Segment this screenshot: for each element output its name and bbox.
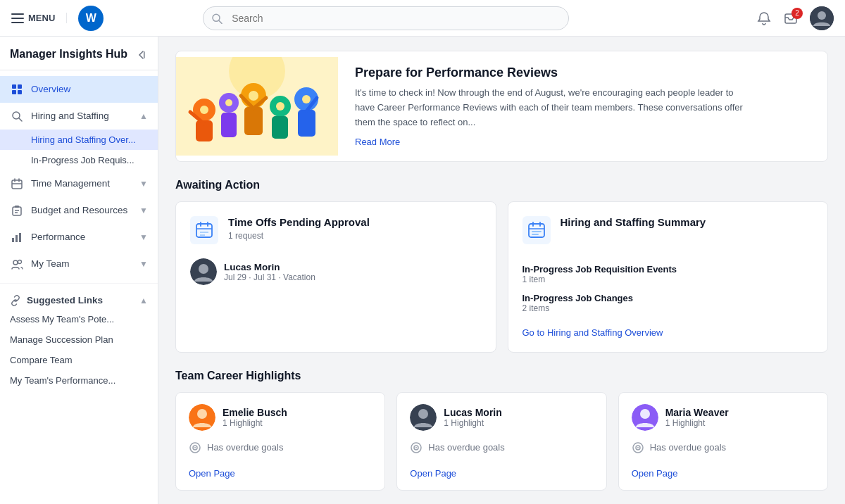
header-actions: 2 (756, 6, 834, 30)
svg-rect-8 (144, 51, 145, 58)
notifications-button[interactable] (756, 11, 772, 26)
sidebar-link-compare[interactable]: Compare Team (0, 350, 158, 370)
sidebar-link-assess[interactable]: Assess My Team's Pote... (0, 309, 158, 329)
svg-point-69 (418, 409, 428, 419)
sidebar-collapse-button[interactable] (135, 48, 148, 61)
sidebar-item-budget[interactable]: Budget and Resources ▼ (0, 197, 158, 224)
time-off-card: Time Offs Pending Approval 1 request Luc… (175, 201, 496, 353)
sidebar-sub-in-progress[interactable]: In-Progress Job Requis... (0, 150, 158, 170)
inbox-badge: 2 (791, 8, 803, 19)
job-changes-row: In-Progress Job Changes 2 items (522, 293, 814, 313)
sidebar-item-time-label: Time Management (31, 178, 132, 189)
maria-open-page-link[interactable]: Open Page (632, 468, 678, 479)
search-nav-icon (10, 109, 24, 123)
time-off-card-subtitle: 1 request (228, 231, 370, 241)
sidebar-item-myteam[interactable]: My Team ▼ (0, 251, 158, 277)
sidebar-header: Manager Insights Hub (0, 37, 158, 70)
grid-icon (10, 82, 24, 96)
awaiting-action-grid: Time Offs Pending Approval 1 request Luc… (175, 201, 828, 353)
emelie-info: Emelie Busch 1 Highlight (223, 407, 287, 428)
hiring-summary-card: Hiring and Staffing Summary In-Progress … (508, 201, 829, 353)
chevron-up-suggested: ▲ (139, 296, 148, 305)
maria-goal-row: Has overdue goals (632, 441, 815, 454)
banner-description: It's time to check in! Now through the e… (355, 86, 749, 130)
svg-rect-39 (298, 110, 315, 137)
sidebar-item-time[interactable]: Time Management ▼ (0, 170, 158, 197)
sidebar-nav: Overview Hiring and Staffing ▲ Hiring an… (0, 70, 158, 283)
emelie-busch-avatar (189, 404, 215, 431)
time-off-person-info: Lucas Morin Jul 29 · Jul 31 · Vacation (224, 262, 315, 282)
team-highlights-heading: Team Career Highlights (175, 370, 828, 382)
sidebar-item-performance[interactable]: Performance ▼ (0, 224, 158, 251)
job-changes-label: In-Progress Job Changes (522, 293, 814, 303)
svg-point-48 (302, 95, 311, 103)
hiring-card-icon (522, 216, 551, 244)
lucas-info: Lucas Morin 1 Highlight (444, 407, 501, 428)
banner-card: Prepare for Performance Reviews It's tim… (175, 51, 828, 162)
sidebar-item-performance-label: Performance (31, 232, 132, 242)
emelie-goal-row: Has overdue goals (189, 441, 372, 454)
lucas-name: Lucas Morin (444, 407, 501, 418)
sidebar-item-overview[interactable]: Overview (0, 76, 158, 103)
maria-info: Maria Weaver 1 Highlight (665, 407, 729, 428)
svg-line-14 (19, 118, 22, 121)
svg-rect-61 (532, 231, 542, 232)
user-avatar[interactable] (810, 6, 834, 30)
sidebar-link-performance[interactable]: My Team's Performance... (0, 370, 158, 391)
goal-icon-maria (632, 441, 644, 454)
svg-point-26 (13, 260, 18, 265)
svg-rect-37 (272, 116, 288, 139)
sidebar-sub-hiring-overview[interactable]: Hiring and Staffing Over... (0, 130, 158, 150)
svg-rect-33 (221, 113, 237, 137)
svg-point-77 (637, 447, 639, 448)
hiring-card-header: Hiring and Staffing Summary (522, 216, 814, 253)
emelie-open-page-link[interactable]: Open Page (189, 468, 235, 479)
svg-rect-19 (13, 207, 21, 215)
svg-rect-2 (11, 22, 24, 23)
search-icon (211, 12, 223, 24)
app-header: MENU W 2 (0, 0, 845, 37)
maria-goal-text: Has overdue goals (650, 442, 726, 453)
search-container (203, 6, 569, 30)
time-off-card-icon (190, 216, 218, 244)
svg-rect-24 (15, 235, 18, 242)
highlight-card-lucas: Lucas Morin 1 Highlight Has overdue goal… (396, 392, 606, 491)
lucas-open-page-link[interactable]: Open Page (410, 468, 456, 479)
svg-point-47 (276, 102, 284, 111)
svg-point-64 (197, 409, 207, 419)
bell-icon (756, 11, 772, 26)
requisition-events-label: In-Progress Job Requisition Events (522, 264, 814, 275)
chevron-up-icon: ▲ (139, 111, 148, 121)
svg-rect-12 (18, 90, 22, 94)
lucas-highlight-count: 1 Highlight (444, 418, 501, 428)
emelie-goal-text: Has overdue goals (207, 442, 283, 453)
svg-point-67 (194, 447, 196, 448)
menu-button[interactable]: MENU (11, 13, 67, 23)
inbox-button[interactable]: 2 (783, 11, 799, 26)
svg-rect-35 (244, 107, 263, 135)
sidebar-item-hiring[interactable]: Hiring and Staffing ▲ (0, 103, 158, 130)
lucas-person-row: Lucas Morin 1 Highlight (410, 404, 593, 431)
maria-weaver-avatar (632, 404, 658, 431)
clipboard-icon (10, 203, 24, 218)
banner-read-more-link[interactable]: Read More (355, 137, 749, 147)
goal-icon-emelie (189, 441, 201, 454)
time-off-card-info: Time Offs Pending Approval 1 request (228, 216, 370, 252)
sidebar-link-succession[interactable]: Manage Succession Plan (0, 329, 158, 350)
maria-person-row: Maria Weaver 1 Highlight (632, 404, 815, 431)
time-off-person-detail: Jul 29 · Jul 31 · Vacation (224, 272, 315, 282)
sidebar-item-myteam-label: My Team (31, 258, 132, 269)
lucas-morin-avatar (410, 404, 437, 431)
search-input[interactable] (203, 6, 569, 30)
chevron-down-icon-performance: ▼ (139, 232, 148, 242)
go-to-hiring-overview-link[interactable]: Go to Hiring and Staffing Overview (522, 327, 663, 338)
maria-highlight-count: 1 Highlight (665, 418, 729, 428)
svg-rect-22 (15, 206, 19, 208)
workday-logo: W (78, 6, 104, 31)
svg-point-72 (415, 447, 417, 448)
requisition-events-value: 1 item (522, 275, 814, 284)
svg-point-27 (18, 260, 22, 263)
sidebar: Manager Insights Hub Overview Hiring and… (0, 37, 158, 504)
svg-rect-11 (12, 90, 16, 94)
chevron-down-icon-budget: ▼ (139, 206, 148, 215)
